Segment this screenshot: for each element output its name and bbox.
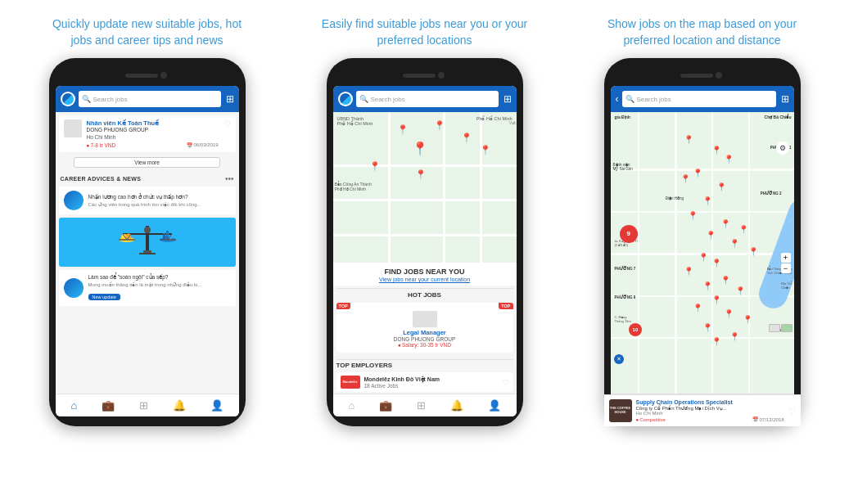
- new-update-badge-1: New update: [88, 294, 120, 300]
- phone-section-2: Easily find suitable jobs near you or yo…: [298, 16, 552, 426]
- map-pin3-11: 📍: [706, 231, 716, 240]
- close-badge-3[interactable]: ✕: [614, 354, 624, 364]
- nav-grid-2[interactable]: ⊞: [417, 399, 426, 412]
- gear-button-3[interactable]: ⚙: [776, 142, 789, 155]
- news-subtitle-1: Các ứng viên trong quá trình tìm việc đô…: [88, 201, 201, 207]
- dots-menu-1[interactable]: •••: [225, 174, 234, 183]
- map-pin3-19: 📍: [735, 286, 745, 295]
- map-pin-1: 📍: [397, 124, 409, 135]
- zoom-out-btn[interactable]: −: [781, 263, 791, 273]
- map-label-dien-hong: Điện Hồng: [666, 196, 684, 200]
- job-title-1: Nhân viên Kế Toán Thuế: [87, 119, 219, 127]
- news-title-2: Làm sao để "soán ngôi" của sếp?: [88, 274, 202, 281]
- top-badge-right: TOP: [499, 303, 513, 309]
- map-label-ubnnd: UBND ThànhPhố Hồ Chí Minh: [337, 116, 373, 126]
- map-label-phuong9: PHƯỜNG 9: [615, 295, 636, 299]
- employer-heart-1[interactable]: ♡: [502, 378, 509, 387]
- back-button-3[interactable]: ‹: [616, 93, 619, 105]
- search-icon-3: 🔍: [625, 95, 634, 103]
- nav-grid-1[interactable]: ⊞: [139, 399, 148, 412]
- camera-1: [160, 72, 167, 79]
- map-pin3-15: 📍: [711, 259, 721, 268]
- camera-3: [716, 72, 722, 79]
- news-icon-2: [64, 278, 84, 298]
- pin-cluster-large-1: 9: [620, 225, 638, 243]
- map-pin-5: 📍: [369, 161, 381, 172]
- nav-bell-2[interactable]: 🔔: [450, 399, 463, 412]
- map-pin3-5: 📍: [680, 174, 690, 183]
- search-bar-3[interactable]: 🔍 Search jobs: [622, 91, 776, 107]
- nav-user-1[interactable]: 👤: [210, 399, 224, 412]
- nav-home-1[interactable]: ⌂: [70, 399, 77, 412]
- map-pin-6: 📍: [415, 169, 427, 180]
- map-type-btn-2[interactable]: [781, 324, 793, 332]
- news-title-1: Nhận lương cao hơn ở chức vụ thấp hơn?: [88, 194, 201, 200]
- map-label-cho-ba-chieu: Chợ Bà Chiểu: [765, 115, 792, 119]
- grid-icon-3[interactable]: ⊞: [781, 93, 789, 105]
- nav-briefcase-1[interactable]: 💼: [102, 399, 115, 412]
- news-item-2: Làm sao để "soán ngôi" của sếp? Mong muố…: [59, 270, 236, 306]
- news-icon-1: [64, 191, 84, 210]
- salary-icon-1: ●: [87, 142, 90, 148]
- map-pin3-18: 📍: [702, 281, 712, 290]
- map-area-3: gia Định Chợ Bà Chiểu Bệnh việnMỹ Sài Gò…: [611, 112, 794, 394]
- map-pin3-26: 📍: [711, 337, 721, 346]
- map-pin3-3: 📍: [724, 155, 734, 164]
- map-type-btn-1[interactable]: [769, 324, 780, 332]
- map-pin3-4: 📍: [693, 169, 702, 178]
- map-pin3-9: 📍: [720, 219, 730, 228]
- app-header-2: 🔍 Search jobs ⊞: [333, 86, 517, 112]
- map-label-benh-vien: Bệnh việnMỹ Sài Gòn: [613, 163, 633, 171]
- app-logo-1: [61, 92, 75, 106]
- map-pin3-16: 📍: [684, 267, 693, 276]
- svg-rect-16: [143, 250, 151, 253]
- employer-item-1: Mondelēz Mondelēz Kinh Đô Việt Nam 18 Ac…: [336, 372, 513, 392]
- map-pin-2: 📍: [434, 120, 445, 131]
- nav-bell-1[interactable]: 🔔: [173, 399, 186, 412]
- app-logo-inner-2: [340, 93, 351, 105]
- map-label-phuong7: PHƯỜNG 7: [615, 267, 636, 271]
- employer-name-1: Mondelēz Kinh Đô Việt Nam: [364, 376, 440, 383]
- view-more-btn-1[interactable]: View more: [74, 157, 220, 168]
- notch-bar-2: [333, 68, 517, 83]
- map-pin-3: 📍: [461, 133, 472, 143]
- map-label-pho: Phố Hồ Chí Minh: [476, 116, 513, 121]
- grid-icon-1[interactable]: ⊞: [226, 93, 234, 105]
- map-bg-3: gia Định Chợ Bà Chiểu Bệnh việnMỹ Sài Gò…: [611, 112, 794, 394]
- map-pin3-22: 📍: [724, 309, 734, 318]
- job-date-1: 📅 06/03/2019: [187, 142, 218, 148]
- employers-section-2: TOP EMPLOYERS Mondelēz Mondelēz Kinh Đô …: [333, 357, 517, 394]
- speaker-1: [125, 74, 158, 78]
- search-bar-1[interactable]: 🔍 Search jobs: [79, 91, 221, 107]
- hot-job-salary-1: ● Salary: 30-35 tr VND: [398, 342, 451, 348]
- heart-icon-1[interactable]: ♡: [224, 119, 231, 128]
- caption-3: Show jobs on the map based on your prefe…: [596, 16, 809, 48]
- notch-bar-1: [56, 68, 239, 83]
- map-pin3-1: 📍: [684, 135, 693, 144]
- job-card-1: Nhân viên Kế Toán Thuế DONG PHUONG GROUP…: [59, 115, 236, 151]
- map-overlay-2: FIND JOBS NEAR YOU View jobs near your c…: [333, 263, 517, 286]
- road-v2: [443, 112, 445, 286]
- app-logo-inner-1: [62, 93, 74, 105]
- zoom-in-btn[interactable]: +: [781, 253, 791, 263]
- nav-home-2[interactable]: ⌂: [348, 399, 355, 412]
- nav-briefcase-2[interactable]: 💼: [379, 399, 392, 412]
- search-bar-2[interactable]: 🔍 Search jobs: [356, 91, 499, 107]
- camera-2: [438, 72, 445, 79]
- career-section-title-1: CAREER ADVICES & NEWS: [61, 176, 142, 182]
- map-label-gia-dinh: gia Định: [615, 115, 630, 119]
- nav-user-2[interactable]: 👤: [488, 399, 501, 412]
- caption-1: Quickly update new suitable jobs, hot jo…: [41, 16, 254, 48]
- balance-illustration: [115, 222, 180, 263]
- speaker-2: [403, 74, 436, 78]
- find-jobs-link-2[interactable]: View jobs near your current location: [338, 277, 512, 282]
- employer-jobs-1: 18 Active Jobs: [364, 383, 440, 389]
- phone-shell-1: 🔍 Search jobs ⊞ Nhân viên Kế Toán Thuế D…: [49, 58, 246, 426]
- grid-icon-2[interactable]: ⊞: [504, 93, 512, 105]
- job-meta-1: ● 7-8 tr VND 📅 06/03/2019: [87, 142, 219, 148]
- map-pin-4: 📍: [480, 145, 491, 155]
- road-h2: [333, 199, 517, 201]
- phone-section-1: Quickly update new suitable jobs, hot jo…: [20, 16, 274, 426]
- map-pin3-2: 📍: [711, 146, 721, 155]
- employer-logo-1: Mondelēz: [341, 376, 360, 389]
